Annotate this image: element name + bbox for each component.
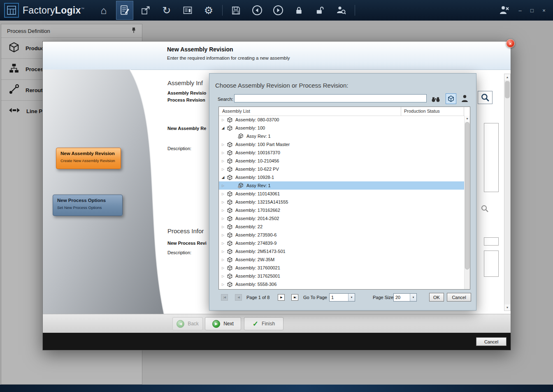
tree-row[interactable]: ▷ Assembly: 100 Part Master (219, 140, 464, 148)
dropdown-arrow-icon[interactable]: ▾ (348, 294, 355, 301)
dialog-close-icon[interactable]: × (506, 39, 515, 48)
tree-expander-icon[interactable]: ▷ (221, 200, 225, 204)
tree-expander-icon[interactable]: ▷ (221, 184, 225, 188)
tree-expander-icon[interactable]: ▷ (221, 274, 225, 278)
tree-expander-icon[interactable]: ▷ (221, 118, 225, 122)
tree-row[interactable]: ▷ Assembly: 5558-306 (219, 280, 464, 288)
next-button[interactable]: ▶ Next (205, 317, 241, 330)
tree-row[interactable]: ▷ Assembly: 170162662 (219, 206, 464, 214)
redo-forward-icon[interactable] (270, 1, 287, 20)
dialog-cancel-button[interactable]: Cancel (476, 337, 507, 346)
first-page-button[interactable]: |◀ (221, 294, 228, 301)
close-button[interactable]: × (541, 7, 547, 14)
tree-row[interactable]: ▷ Assembly: 100167370 (219, 148, 464, 157)
tree-expander-icon[interactable]: ▷ (221, 151, 225, 155)
assembly-revision-label: Assembly Revisio (167, 90, 206, 95)
last-page-button[interactable]: ▶| (291, 294, 298, 301)
scrollbar-thumb[interactable] (505, 81, 510, 98)
assembly-icon (227, 191, 232, 197)
tree-expander-icon[interactable]: ▷ (221, 225, 225, 229)
tree-row[interactable]: ▷ Assembly: 2M51473-501 (219, 247, 464, 255)
tree-row[interactable]: ▷ Assy Rev: 1 (219, 181, 464, 190)
next-page-button[interactable]: ▶ (278, 294, 285, 301)
assembly-search-button[interactable] (478, 91, 493, 104)
settings-gear-icon[interactable]: ⚙ (200, 1, 217, 20)
process-description-textarea[interactable] (484, 251, 499, 277)
process-search-icon[interactable] (481, 204, 489, 214)
tree-row[interactable]: ▷ Assembly: 10-210456 (219, 157, 464, 165)
tree-row[interactable]: ▷ Assembly: 13215A141555 (219, 198, 464, 206)
tree-expander-icon[interactable]: ▷ (221, 241, 225, 245)
tree-row-label: Assembly: 100 (235, 125, 265, 130)
user-logout-icon[interactable] (497, 1, 511, 20)
new-process-revision-input[interactable] (484, 237, 499, 246)
reports-icon[interactable] (179, 1, 196, 20)
dialog-subtitle: Enter the required information for creat… (167, 56, 290, 60)
page-size-label: Page Size (373, 295, 393, 300)
user-search-icon[interactable] (332, 1, 350, 20)
tree-expander-icon[interactable]: ▷ (221, 266, 225, 270)
person-filter-icon[interactable] (461, 95, 468, 104)
sidebar-item-label: Proces (26, 66, 43, 72)
tree-row[interactable]: ▷ Assembly: 317600021 (219, 264, 464, 272)
goto-page-select[interactable]: 1 ▾ (329, 293, 355, 302)
save-icon[interactable] (228, 1, 245, 20)
scroll-down-icon[interactable]: ▼ (465, 116, 470, 122)
list-scrollbar[interactable]: ▲ ▼ (464, 116, 470, 289)
pin-icon[interactable] (131, 27, 136, 35)
tree-expander-icon[interactable]: ▷ (221, 209, 225, 212)
tree-expander-icon[interactable]: ▷ (221, 159, 225, 163)
ok-button[interactable]: OK (429, 293, 444, 302)
maximize-button[interactable]: □ (529, 7, 535, 14)
sidebar-item-label: Produc (26, 45, 44, 51)
minimize-button[interactable]: – (517, 7, 523, 14)
tree-row[interactable]: ▷ Assembly: 2W-35M (219, 255, 464, 264)
unlock-icon[interactable] (311, 1, 329, 20)
tree-expander-icon[interactable]: ▷ (221, 250, 225, 253)
tree-expander-icon[interactable]: ▷ (221, 167, 225, 171)
tree-expander-icon[interactable]: ▷ (221, 143, 225, 146)
tree-row[interactable]: Assy Rev: 1 (219, 132, 464, 140)
tree-row[interactable]: ▷ Assembly: 110143061 (219, 190, 464, 198)
tree-expander-icon[interactable]: ◢ (221, 126, 225, 130)
scroll-down-icon[interactable]: ▼ (504, 304, 510, 311)
tree-row[interactable]: ▷ Assembly: 080-03700 (219, 116, 464, 124)
popup-cancel-button[interactable]: Cancel (447, 293, 471, 302)
tree-expander-icon[interactable]: ◢ (221, 175, 225, 179)
prev-page-button[interactable]: ◀ (235, 294, 242, 301)
description-textarea[interactable] (484, 123, 499, 192)
tree-row[interactable]: ▷ Assembly: 2014-2502 (219, 214, 464, 223)
lock-icon[interactable] (290, 1, 308, 20)
tree-row[interactable]: ▷ Assembly: 22 (219, 223, 464, 231)
home-icon[interactable]: ⌂ (95, 1, 112, 20)
tree-row[interactable]: ▷ Assembly: 317625001 (219, 272, 464, 280)
wizard-step-new-assembly-revision[interactable]: New Assembly Revision Create New Assembl… (56, 148, 121, 169)
tree-row[interactable]: ▷ Assembly: 274839-9 (219, 239, 464, 247)
page-size-select[interactable]: 20 ▾ (393, 293, 417, 302)
column-divider[interactable] (401, 107, 401, 116)
finish-button[interactable]: ✓ Finish (244, 317, 283, 330)
tree-expander-icon[interactable]: ▷ (221, 283, 225, 286)
wizard-step-new-process-options[interactable]: New Process Options Set New Process Opti… (53, 195, 123, 216)
tree-expander-icon[interactable]: ▷ (221, 192, 225, 196)
tree-expander-icon[interactable]: ▷ (221, 217, 225, 220)
tree-row[interactable]: ◢ Assembly: 100 (219, 124, 464, 132)
tree-expander-icon[interactable]: ▷ (221, 258, 225, 262)
tree-row[interactable]: ▷ Assembly: 10-622 PV (219, 165, 464, 173)
process-definition-icon[interactable] (116, 1, 133, 20)
release-icon[interactable] (137, 1, 154, 20)
dropdown-arrow-icon[interactable]: ▾ (410, 294, 416, 301)
scrollbar-thumb[interactable] (465, 122, 469, 269)
scroll-up-icon[interactable]: ▲ (504, 74, 510, 80)
tree-row[interactable]: ▷ Assembly: 273590-6 (219, 231, 464, 239)
tree-row[interactable]: ◢ Assembly: 10928-1 (219, 173, 464, 181)
sync-icon[interactable]: ↻ (158, 1, 175, 20)
search-input[interactable] (234, 94, 427, 102)
assembly-filter-toggle[interactable] (446, 93, 456, 104)
tree-expander-icon[interactable]: ▷ (221, 233, 225, 237)
undo-back-icon[interactable] (249, 1, 266, 20)
form-scrollbar[interactable]: ▲ ▼ (504, 74, 511, 311)
binoculars-icon[interactable] (431, 96, 440, 104)
back-button[interactable]: ◀ Back (172, 317, 203, 330)
tree-row-label: Assy Rev: 1 (246, 183, 271, 188)
